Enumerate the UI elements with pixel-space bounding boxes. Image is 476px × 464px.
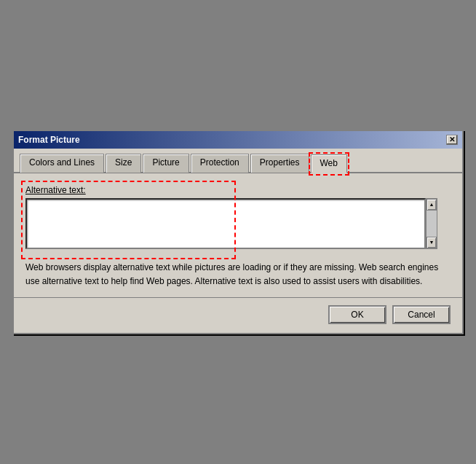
scroll-up-button[interactable]: ▲ — [427, 199, 437, 211]
format-picture-dialog: Format Picture ✕ Colors and Lines Size P… — [12, 130, 464, 334]
alt-text-label: Alternative text: — [25, 185, 451, 195]
alt-text-input[interactable] — [25, 198, 426, 249]
tab-bar: Colors and Lines Size Picture Protection… — [14, 149, 462, 173]
scroll-down-button[interactable]: ▼ — [427, 237, 437, 248]
cancel-button[interactable]: Cancel — [392, 305, 451, 324]
tab-colors-and-lines[interactable]: Colors and Lines — [20, 154, 104, 173]
alt-text-area-container: ▲ ▼ — [25, 198, 451, 249]
dialog-content: Alternative text: ▲ ▼ Web browsers displ… — [14, 173, 462, 297]
tab-properties[interactable]: Properties — [250, 154, 309, 173]
tab-web[interactable]: Web — [311, 154, 347, 173]
alt-text-block: Alternative text: ▲ ▼ — [25, 185, 451, 249]
tab-picture[interactable]: Picture — [143, 154, 189, 173]
tab-protection[interactable]: Protection — [191, 154, 249, 173]
vertical-scrollbar[interactable]: ▲ ▼ — [426, 198, 437, 249]
title-bar: Format Picture ✕ — [14, 131, 462, 149]
close-button[interactable]: ✕ — [446, 135, 458, 145]
dialog-title: Format Picture — [18, 135, 80, 145]
info-text: Web browsers display alternative text wh… — [25, 261, 451, 288]
ok-button[interactable]: OK — [328, 305, 386, 324]
tab-size[interactable]: Size — [106, 154, 141, 173]
button-row: OK Cancel — [14, 297, 462, 333]
scroll-track — [427, 211, 437, 237]
